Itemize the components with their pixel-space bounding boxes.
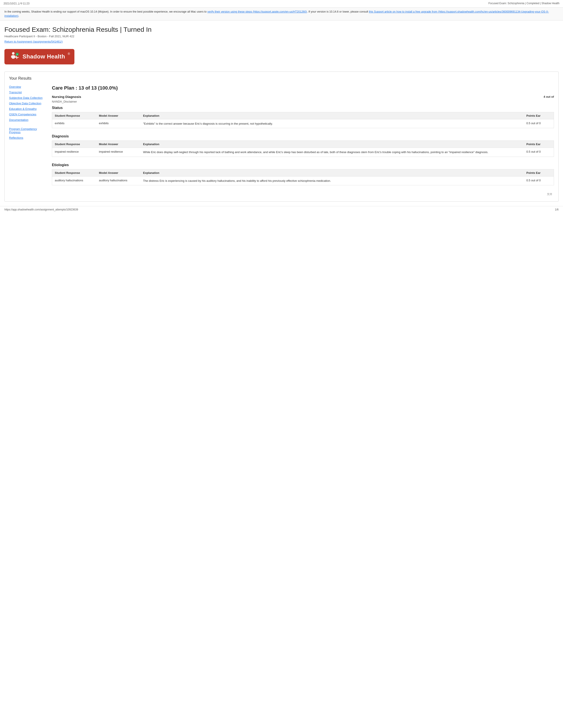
points-label: 4 out of: [544, 95, 554, 98]
notice-text-3: .: [18, 14, 19, 17]
notice-link-1[interactable]: verify their version using these steps (…: [207, 10, 307, 13]
col-points-2: Points Ear: [525, 142, 552, 146]
main-content: Care Plan : 13 of 13 (100.0%) Nursing Di…: [52, 85, 554, 197]
status-section: Status Student Response Model Answer Exp…: [52, 106, 554, 128]
etiologies-student-response: auditory hallucinations: [54, 178, 98, 182]
diagnosis-model-answer: impaired resilience: [98, 150, 142, 154]
status-student-response: exhibits: [54, 121, 98, 125]
support-text: 支持: [52, 191, 554, 197]
main-card: Your Results Overview Transcript Subject…: [4, 71, 559, 202]
sidebar-item-education[interactable]: Education & Empathy: [9, 107, 47, 111]
sidebar-item-transcript[interactable]: Transcript: [9, 91, 47, 94]
diagnosis-section: Diagnosis Student Response Model Answer …: [52, 134, 554, 157]
status-heading: Status: [52, 106, 554, 110]
diagnosis-points: 0.5 out of 0: [525, 150, 552, 154]
etiologies-table-row: auditory hallucinations auditory halluci…: [52, 176, 554, 186]
logo-area: + Shadow Health ®: [0, 45, 563, 68]
sidebar-item-overview[interactable]: Overview: [9, 85, 47, 88]
footer-page: 1/6: [555, 208, 559, 211]
col-student-response-3: Student Response: [54, 171, 98, 175]
diagnosis-explanation: While Eric does display self-neglect thr…: [142, 150, 525, 155]
col-points-3: Points Ear: [525, 171, 552, 175]
svg-rect-2: [11, 56, 12, 58]
nursing-diagnosis-header: Nursing Diagnosis 4 out of: [52, 95, 554, 99]
svg-text:+: +: [17, 53, 18, 56]
sidebar-item-subjective[interactable]: Subjective Data Collection: [9, 96, 47, 99]
col-explanation-1: Explanation: [142, 114, 525, 118]
col-student-response-1: Student Response: [54, 114, 98, 118]
footer-bar: https://app.shadowhealth.com/assignment_…: [0, 206, 563, 213]
top-bar: 2021/10/21 上午11:23 Focused Exam: Schizop…: [0, 0, 563, 8]
diagnosis-table-header: Student Response Model Answer Explanatio…: [52, 141, 554, 148]
logo-text: Shadow Health: [23, 53, 65, 60]
sidebar-item-reflections[interactable]: Reflections: [9, 136, 47, 139]
sidebar-item-objective[interactable]: Objective Data Collection: [9, 102, 47, 105]
col-explanation-2: Explanation: [142, 142, 525, 146]
page-title: Focused Exam: Schizophrenia Results | Tu…: [4, 26, 559, 33]
etiologies-points: 0.5 out of 0: [525, 178, 552, 182]
diagnosis-heading: Diagnosis: [52, 134, 554, 138]
status-model-answer: exhibits: [98, 121, 142, 125]
status-points: 0.5 out of 0: [525, 121, 552, 125]
sidebar-item-program-competency[interactable]: Program Competency Progress: [9, 127, 47, 134]
svg-point-0: [12, 52, 15, 55]
diagnosis-table-row: impaired resilience impaired resilience …: [52, 148, 554, 157]
diagnosis-student-response: impaired resilience: [54, 150, 98, 154]
notice-text-1: In the coming weeks, Shadow Health is en…: [4, 10, 207, 13]
care-plan-heading: Care Plan : 13 of 13 (100.0%): [52, 85, 554, 91]
etiologies-heading: Etiologies: [52, 163, 554, 167]
col-model-answer-3: Model Answer: [98, 171, 142, 175]
nanda-disclaimer: NANDA_Disclaimer: [52, 100, 554, 103]
footer-url: https://app.shadowhealth.com/assignment_…: [4, 208, 78, 211]
page-header: Focused Exam: Schizophrenia Results | Tu…: [0, 21, 563, 45]
sidebar-item-documentation[interactable]: Documentation: [9, 118, 47, 122]
etiologies-section: Etiologies Student Response Model Answer…: [52, 163, 554, 186]
shadow-health-logo-icon: +: [9, 51, 20, 62]
sidebar: Overview Transcript Subjective Data Coll…: [9, 85, 47, 197]
etiologies-explanation: The distress Eric is experiencing is cau…: [142, 178, 525, 184]
status-table-row: exhibits exhibits "Exhibits" is the corr…: [52, 119, 554, 128]
sidebar-item-qsen[interactable]: QSEN Competencies: [9, 113, 47, 116]
return-to-assignment-link[interactable]: Return to Assignment (/assignments/54146…: [4, 40, 63, 43]
shadow-health-logo: + Shadow Health ®: [4, 49, 74, 64]
etiologies-model-answer: auditory hallucinations: [98, 178, 142, 182]
col-points-1: Points Ear: [525, 114, 552, 118]
page-title-bar: Focused Exam: Schizophrenia | Completed …: [488, 2, 559, 6]
logo-registered: ®: [68, 52, 70, 56]
col-model-answer-2: Model Answer: [98, 142, 142, 146]
page-subtitle: Healthcare Participant II - Boston - Fal…: [4, 35, 559, 38]
content-layout: Overview Transcript Subjective Data Coll…: [9, 85, 554, 197]
datetime: 2021/10/21 上午11:23: [4, 2, 29, 6]
col-model-answer-1: Model Answer: [98, 114, 142, 118]
notice-bar: In the coming weeks, Shadow Health is en…: [0, 8, 563, 21]
status-explanation: "Exhibits" is the correct answer because…: [142, 121, 525, 126]
status-table-header: Student Response Model Answer Explanatio…: [52, 112, 554, 119]
col-student-response-2: Student Response: [54, 142, 98, 146]
etiologies-table-header: Student Response Model Answer Explanatio…: [52, 169, 554, 176]
col-explanation-3: Explanation: [142, 171, 525, 175]
your-results-title: Your Results: [9, 76, 554, 81]
notice-text-2: . If your version is 10.14.6 or lower, p…: [307, 10, 369, 13]
nursing-diagnosis-label: Nursing Diagnosis: [52, 95, 81, 99]
